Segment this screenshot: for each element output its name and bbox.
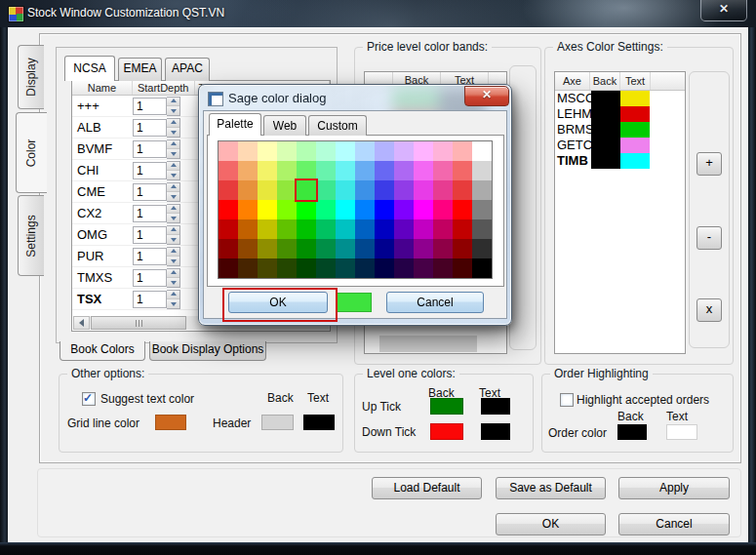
header-back-swatch[interactable] — [261, 415, 294, 430]
grid-line-color-swatch[interactable] — [155, 415, 186, 430]
spin-down-icon[interactable] — [167, 277, 179, 287]
tab-book-colors[interactable]: Book Colors — [60, 341, 145, 361]
palette-color-cell[interactable] — [219, 200, 238, 219]
spin-up-icon[interactable] — [167, 183, 179, 192]
palette-color-cell[interactable] — [433, 141, 453, 161]
spin-down-icon[interactable] — [167, 148, 179, 158]
palette-color-cell[interactable] — [433, 180, 453, 200]
palette-color-cell[interactable] — [277, 239, 297, 258]
palette-color-cell[interactable] — [453, 258, 472, 278]
cancel-button[interactable]: Cancel — [618, 513, 730, 535]
palette-color-cell[interactable] — [258, 219, 277, 239]
start-depth-stepper[interactable] — [167, 97, 180, 116]
axe-text-swatch[interactable] — [620, 122, 650, 138]
palette-color-cell[interactable] — [394, 239, 414, 258]
palette-color-cell[interactable] — [472, 180, 492, 200]
tab-custom[interactable]: Custom — [308, 115, 367, 136]
palette-color-cell[interactable] — [336, 200, 355, 219]
start-depth-stepper[interactable] — [167, 290, 180, 309]
palette-color-cell[interactable] — [414, 141, 433, 161]
spin-up-icon[interactable] — [167, 291, 179, 299]
palette-color-cell[interactable] — [258, 161, 277, 180]
spin-up-icon[interactable] — [167, 248, 179, 257]
axe-back-swatch[interactable] — [591, 153, 620, 169]
axes-table-row[interactable]: LEHM — [555, 106, 685, 122]
axe-back-swatch[interactable] — [591, 138, 620, 153]
start-depth-input[interactable]: 1 — [133, 183, 167, 201]
axe-text-swatch[interactable] — [620, 91, 650, 106]
order-color-back-swatch[interactable] — [617, 424, 647, 440]
palette-color-cell[interactable] — [316, 258, 336, 278]
palette-color-cell[interactable] — [219, 180, 238, 200]
palette-color-cell[interactable] — [433, 161, 453, 180]
spin-down-icon[interactable] — [167, 256, 179, 265]
palette-color-cell[interactable] — [277, 258, 297, 278]
palette-color-cell[interactable] — [433, 258, 453, 278]
axes-table-row[interactable]: MSCO — [555, 91, 685, 106]
palette-color-cell[interactable] — [297, 258, 316, 278]
palette-color-cell[interactable] — [316, 161, 336, 180]
start-depth-input[interactable]: 1 — [133, 162, 167, 179]
palette-color-cell[interactable] — [472, 258, 492, 278]
axe-back-swatch[interactable] — [591, 122, 620, 138]
palette-color-cell[interactable] — [375, 161, 394, 180]
palette-color-cell[interactable] — [297, 219, 316, 239]
palette-color-cell[interactable] — [355, 180, 375, 200]
palette-color-cell[interactable] — [258, 258, 277, 278]
palette-color-cell[interactable] — [394, 219, 414, 239]
price-bands-scroll-area[interactable] — [379, 336, 477, 352]
palette-color-cell[interactable] — [258, 239, 277, 258]
palette-color-cell[interactable] — [238, 219, 258, 239]
palette-color-cell[interactable] — [297, 239, 316, 258]
start-depth-stepper[interactable] — [167, 139, 180, 159]
palette-color-cell[interactable] — [394, 200, 414, 219]
axe-text-swatch[interactable] — [620, 138, 650, 153]
palette-color-cell[interactable] — [336, 258, 355, 278]
order-color-text-swatch[interactable] — [666, 424, 697, 440]
tab-display[interactable]: Display — [18, 45, 44, 109]
palette-color-cell[interactable] — [219, 219, 238, 239]
palette-color-cell[interactable] — [453, 239, 472, 258]
sage-close-button[interactable]: ✕ — [464, 86, 509, 106]
palette-color-cell[interactable] — [453, 141, 472, 161]
palette-color-cell[interactable] — [394, 161, 414, 180]
sage-cancel-button[interactable]: Cancel — [386, 292, 484, 313]
start-depth-input[interactable]: 1 — [133, 140, 167, 158]
start-depth-input[interactable]: 1 — [133, 119, 167, 137]
palette-color-cell[interactable] — [336, 239, 355, 258]
scroll-left-icon[interactable] — [73, 316, 90, 330]
palette-color-cell[interactable] — [277, 141, 297, 161]
spin-down-icon[interactable] — [167, 213, 179, 222]
palette-color-cell[interactable] — [414, 219, 433, 239]
palette-color-cell[interactable] — [219, 161, 238, 180]
down-tick-text-swatch[interactable] — [481, 423, 510, 440]
palette-color-cell[interactable] — [219, 239, 238, 258]
palette-color-cell[interactable] — [375, 180, 394, 200]
palette-color-cell[interactable] — [394, 258, 414, 278]
axes-add-button[interactable]: + — [696, 152, 722, 176]
start-depth-stepper[interactable] — [167, 225, 180, 245]
window-titlebar[interactable]: Stock Window Customization QST.VN ✕ — [0, 0, 756, 27]
palette-color-cell[interactable] — [453, 200, 472, 219]
palette-color-cell[interactable] — [316, 200, 336, 219]
highlight-accepted-orders-checkbox[interactable] — [560, 393, 574, 407]
spin-down-icon[interactable] — [167, 234, 179, 244]
start-depth-input[interactable]: 1 — [133, 98, 167, 115]
tab-color[interactable]: Color — [16, 112, 47, 193]
spin-down-icon[interactable] — [167, 105, 179, 115]
palette-color-cell[interactable] — [414, 200, 433, 219]
spin-down-icon[interactable] — [167, 298, 179, 308]
palette-color-cell[interactable] — [316, 239, 336, 258]
axes-remove-button[interactable]: - — [696, 226, 722, 250]
axes-table-row[interactable]: TIMB — [555, 153, 685, 169]
spin-up-icon[interactable] — [167, 119, 179, 128]
apply-button[interactable]: Apply — [618, 477, 730, 499]
spin-down-icon[interactable] — [167, 191, 179, 201]
spin-up-icon[interactable] — [167, 98, 179, 106]
palette-color-cell[interactable] — [297, 200, 316, 219]
palette-color-cell[interactable] — [355, 161, 375, 180]
palette-color-cell[interactable] — [336, 219, 355, 239]
palette-color-cell[interactable] — [336, 180, 355, 200]
palette-color-cell[interactable] — [238, 200, 258, 219]
start-depth-stepper[interactable] — [167, 182, 180, 202]
